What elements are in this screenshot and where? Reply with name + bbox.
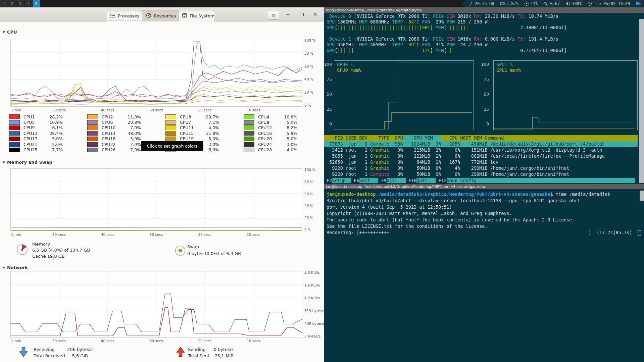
- hamburger-menu-button[interactable]: ≡: [268, 10, 279, 20]
- legend-item-cpu20: CPU205,0%: [244, 136, 322, 142]
- legend-item-cpu10: CPU107,0%: [87, 125, 165, 131]
- close-button[interactable]: ×: [311, 11, 319, 18]
- scrollbar[interactable]: [639, 19, 644, 183]
- legend-item-cpu11: CPU114,0%: [165, 125, 244, 131]
- chevron-down-icon: ▼: [3, 266, 5, 269]
- function-key-bar[interactable]: F2Setup F6Sort F9Kill F10Quit F12Save Co…: [327, 177, 639, 184]
- color-swatch[interactable]: [165, 125, 176, 130]
- gears-status-segment[interactable]: 0.67: [543, 1, 560, 6]
- terminal-line: 9220 root 1 Graphic 0% 50MiB 0% 4% 299Mi…: [324, 165, 638, 171]
- gauge-status-segment[interactable]: 11%: [524, 1, 538, 6]
- terminal-line: 73863 jan 0 Compute 98% 1024MiB 9% 105% …: [324, 141, 638, 147]
- color-swatch[interactable]: [165, 114, 176, 119]
- color-swatch[interactable]: [9, 125, 20, 130]
- color-swatch[interactable]: [9, 137, 20, 141]
- color-swatch[interactable]: [244, 114, 254, 119]
- gpu-process-table[interactable]: PID USER DEV TYPE GPU GPU MEM CPU HOST M…: [324, 135, 638, 177]
- color-swatch[interactable]: [87, 120, 98, 125]
- color-swatch[interactable]: [9, 148, 20, 152]
- legend-item-cpu2: CPU211,0%: [87, 114, 165, 119]
- total-sent-value: 75,1 MiB: [206, 353, 234, 358]
- terminal-line: F2Setup F6Sort F9Kill F10Quit F12Save Co…: [327, 177, 639, 184]
- workspace-button-7[interactable]: 7: [24, 0, 32, 7]
- workspace-button-8[interactable]: 8: [33, 0, 40, 7]
- cpu-graph: [10, 39, 302, 107]
- workspace-button-2[interactable]: 2: [8, 0, 16, 7]
- swap-label: Swap: [187, 244, 199, 249]
- color-swatch[interactable]: [244, 120, 254, 125]
- gpu0-axis: 1007550250: [324, 60, 333, 130]
- color-swatch[interactable]: [9, 131, 20, 136]
- color-swatch[interactable]: [244, 148, 254, 152]
- terminal-line: 3/git/github/pbrt-v4/build/pbrt --displa…: [327, 198, 644, 204]
- receiving-label: Receiving: [34, 347, 55, 352]
- legend-item-cpu1: CPU128,2%: [9, 114, 87, 119]
- gpu0-chart: GPU0 %GPU0 mem%: [334, 60, 474, 130]
- receiving-value: 206 bytes/s: [60, 347, 93, 352]
- color-swatch[interactable]: [165, 137, 176, 141]
- ram-status-segment[interactable]: 3.87%: [500, 1, 518, 6]
- cpu-section-header[interactable]: ▼ CPU: [3, 30, 17, 35]
- terminal-title-bar[interactable]: root@tuxedo-desktop: /media/datadisk3/gi…: [324, 7, 644, 13]
- network-graph: [10, 271, 302, 338]
- keyboard-layout-indicator[interactable]: EN: [636, 1, 641, 6]
- gauge2-icon: [146, 13, 151, 19]
- memory-graph: [10, 168, 302, 231]
- color-swatch[interactable]: [9, 142, 20, 147]
- maximize-button[interactable]: [298, 11, 305, 18]
- terminal-line: pbrt version 4 (built Sep 5 2023 at 12:5…: [327, 204, 644, 210]
- color-swatch[interactable]: [244, 131, 254, 136]
- color-swatch[interactable]: [87, 125, 98, 130]
- total-received-value: 5,6 GiB: [60, 353, 88, 358]
- legend-item-cpu4: CPU410,8%: [244, 114, 322, 119]
- workspace-button-1[interactable]: 1: [0, 0, 8, 7]
- terminal-title-bar[interactable]: jan@tuxedo-desktop: /media/datadisk3/Gra…: [324, 184, 644, 189]
- legend-item-cpu14: CPU1448,0%: [87, 131, 165, 136]
- clock-status-segment[interactable]: Tue 05/09 18:09: [587, 1, 630, 6]
- workspace-button-3[interactable]: 3: [16, 0, 24, 7]
- legend-item-cpu21: CPU212,0%: [9, 142, 87, 147]
- terminal-line: 5065 jan 1 Graphic 0% 122MiB 1% 0% 802Mi…: [324, 153, 638, 159]
- scrollbar[interactable]: [640, 191, 644, 201]
- window-header-bar: ProcessesResourcesFile Systems ≡ − ×: [0, 7, 324, 21]
- terminal-line: PID USER DEV TYPE GPU GPU MEM CPU HOST M…: [324, 135, 638, 141]
- chevron-down-icon: ▼: [3, 31, 5, 34]
- network-x-axis: 1 min50 secs40 secs30 secs20 secs10 secs: [10, 339, 302, 343]
- color-swatch[interactable]: [87, 137, 98, 141]
- color-swatch[interactable]: [9, 120, 20, 125]
- tab-file-systems[interactable]: File Systems: [179, 10, 214, 21]
- legend-item-cpu7: CPU77,1%: [165, 119, 244, 125]
- network-section-header[interactable]: ▼ Network: [3, 265, 28, 270]
- color-swatch[interactable]: [244, 137, 254, 141]
- legend-item-cpu17: CPU175,0%: [9, 136, 87, 142]
- tab-resources[interactable]: Resources: [143, 10, 178, 21]
- minimize-button[interactable]: −: [284, 11, 292, 18]
- color-swatch[interactable]: [9, 114, 20, 119]
- color-swatch[interactable]: [87, 131, 98, 136]
- legend-item-cpu6: CPU620,8%: [87, 119, 165, 125]
- swap-pie-icon[interactable]: [175, 245, 186, 258]
- legend-item-cpu16: CPU165,9%: [244, 131, 322, 136]
- color-swatch[interactable]: [87, 114, 98, 119]
- desktop: 12378 / 20.35 GB3.87%11%0.67100%Tue 05/0…: [0, 0, 644, 362]
- color-swatch[interactable]: [165, 120, 176, 125]
- memory-section-header[interactable]: ▼ Memory and Swap: [3, 160, 52, 165]
- color-swatch[interactable]: [244, 142, 254, 147]
- pbrt-output[interactable]: jan@tuxedo-desktop:/media/datadisk3/Grap…: [324, 189, 644, 362]
- receiving-arrow-icon: [19, 346, 28, 359]
- speaker-status-segment[interactable]: 100%: [565, 1, 582, 6]
- color-swatch[interactable]: [87, 142, 98, 147]
- text-status-segment[interactable]: / 20.35 GB: [470, 1, 494, 6]
- color-swatch[interactable]: [87, 148, 98, 152]
- color-swatch[interactable]: [244, 125, 254, 130]
- clock-icon: [587, 1, 592, 6]
- list-icon: [110, 13, 115, 19]
- system-status-indicators: / 20.35 GB3.87%11%0.67100%Tue 05/09 18:0…: [461, 0, 644, 7]
- gpu1-chart: GPU1 %GPU1 mem%: [493, 60, 638, 130]
- tab-processes[interactable]: Processes: [107, 10, 142, 21]
- legend-item-cpu12: CPU128,2%: [244, 125, 322, 131]
- terminal-line: jan@tuxedo-desktop:/media/datadisk3/Grap…: [327, 191, 644, 198]
- memory-pie-icon[interactable]: [16, 244, 28, 257]
- nvtop-output: Device 0 [NVIDIA GeForce RTX 2080 Ti] PC…: [324, 13, 644, 184]
- color-swatch[interactable]: [165, 131, 176, 136]
